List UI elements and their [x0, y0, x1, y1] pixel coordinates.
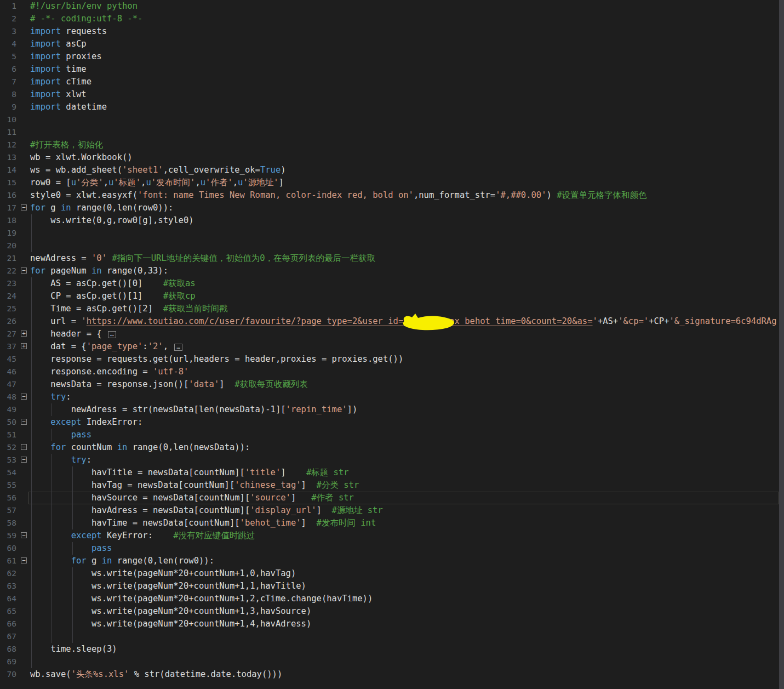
code-text: import datetime	[30, 101, 107, 113]
string-token: 'behot_time'	[240, 518, 301, 528]
code-line[interactable]: 54 havTitle = newsData[countNum]['title'…	[0, 466, 784, 479]
code-line[interactable]: 51 pass	[0, 429, 784, 441]
url-link-token[interactable]: https://www.toutiao.com/c/user/favourite…	[87, 316, 593, 326]
code-line[interactable]: 48− try:	[0, 391, 784, 403]
code-line[interactable]: 60 pass	[0, 542, 784, 555]
code-text: wb.save('头条%s.xls' % str(datetime.date.t…	[30, 668, 282, 681]
code-line[interactable]: 22−for pageNum in range(0,33):	[0, 265, 784, 277]
code-area[interactable]: 1#!/usr/bin/env python2# -*- coding:utf-…	[0, 0, 784, 681]
code-line[interactable]: 13wb = xlwt.Workbook()	[0, 151, 784, 164]
code-line[interactable]: 70wb.save('头条%s.xls' % str(datetime.date…	[0, 668, 784, 681]
code-text: havTitle = newsData[countNum]['title'] #…	[30, 466, 349, 479]
code-line[interactable]: 21newAdress = '0' #指向下一URL地址的关键值，初始值为0，在…	[0, 252, 784, 265]
line-number: 45	[0, 353, 16, 366]
code-text: response = requests.get(url,headers = he…	[30, 353, 403, 366]
code-line[interactable]: 15row0 = [u'分类',u'标题',u'发布时间',u'作者',u'源地…	[0, 176, 784, 189]
fold-collapse-icon[interactable]: −	[21, 267, 27, 274]
code-line[interactable]: 19	[0, 227, 784, 240]
line-number: 18	[0, 214, 16, 227]
code-token: ]	[219, 379, 234, 389]
code-text: import proxies	[30, 50, 102, 63]
code-line[interactable]: 45 response = requests.get(url,headers =…	[0, 353, 784, 366]
code-line[interactable]: 23 AS = asCp.get()[0] #获取as	[0, 277, 784, 290]
fold-collapse-icon[interactable]: −	[21, 394, 27, 400]
code-line[interactable]: 47 newsData = response.json()['data'] #获…	[0, 378, 784, 391]
code-line[interactable]: 2# -*- coding:utf-8 -*-	[0, 13, 784, 25]
line-number: 3	[0, 25, 16, 38]
fold-collapse-icon[interactable]: −	[21, 557, 27, 563]
string-token: '&_signature=6c94dRAg	[669, 316, 777, 326]
code-line[interactable]: 18 ws.write(0,g,row0[g],style0)	[0, 214, 784, 227]
code-line[interactable]: 67	[0, 630, 784, 643]
code-line[interactable]: 37+ dat = {'page_type':'2', …	[0, 340, 784, 353]
code-line[interactable]: 7import cTime	[0, 76, 784, 88]
code-line[interactable]: 62 ws.write(pageNum*20+countNum+1,0,havT…	[0, 567, 784, 580]
code-token: AS = asCp.get()[0]	[30, 278, 163, 288]
fold-expand-icon[interactable]: +	[21, 343, 27, 349]
code-text: newAdress = str(newsData[len(newsData)-1…	[30, 403, 357, 416]
code-token: ]	[301, 518, 317, 528]
code-line[interactable]: 3import requests	[0, 25, 784, 38]
line-number: 68	[0, 643, 16, 656]
code-line[interactable]: 24 CP = asCp.get()[1] #获取cp	[0, 290, 784, 303]
code-line[interactable]: 52− for countNum in range(0,len(newsData…	[0, 441, 784, 454]
code-line[interactable]: 56 havSource = newsData[countNum]['sourc…	[0, 492, 784, 504]
fold-collapse-icon[interactable]: −	[21, 457, 27, 463]
code-line[interactable]: 27+ header = { …	[0, 328, 784, 340]
code-text: AS = asCp.get()[0] #获取as	[30, 277, 196, 290]
code-line[interactable]: 49 newAdress = str(newsData[len(newsData…	[0, 403, 784, 416]
vertical-scrollbar[interactable]	[779, 0, 784, 689]
code-line[interactable]: 11	[0, 126, 784, 139]
line-number: 25	[0, 303, 16, 315]
code-line[interactable]: 58 havTime = newsData[countNum]['behot_t…	[0, 517, 784, 529]
code-line[interactable]: 53− try:	[0, 454, 784, 466]
code-line[interactable]: 46 response.encoding = 'utf-8'	[0, 366, 784, 378]
code-line[interactable]: 59− except KeyError: #没有对应键值时跳过	[0, 529, 784, 542]
code-token: % str(datetime.date.today()))	[129, 669, 282, 679]
string-token: '&cp='	[618, 316, 649, 326]
code-line[interactable]: 5import proxies	[0, 50, 784, 63]
collapsed-code-ellipsis[interactable]: …	[174, 344, 182, 351]
indent-guide	[31, 240, 32, 252]
fold-collapse-icon[interactable]: −	[21, 532, 27, 538]
code-line[interactable]: 10	[0, 113, 784, 126]
code-line[interactable]: 57 havAdress = newsData[countNum]['displ…	[0, 504, 784, 517]
code-line[interactable]: 8import xlwt	[0, 88, 784, 101]
code-line[interactable]: 63 ws.write(pageNum*20+countNum+1,1,havT…	[0, 580, 784, 593]
code-line[interactable]: 61− for g in range(0,len(row0)):	[0, 555, 784, 567]
code-line[interactable]: 64 ws.write(pageNum*20+countNum+1,2,cTim…	[0, 593, 784, 605]
code-line[interactable]: 69	[0, 656, 784, 668]
code-line[interactable]: 17−for g in range(0,len(row0)):	[0, 202, 784, 214]
code-token: CP = asCp.get()[1]	[30, 291, 163, 301]
line-number: 58	[0, 517, 16, 529]
collapsed-code-ellipsis[interactable]: …	[108, 331, 116, 338]
code-token: :	[66, 392, 71, 402]
code-token: datetime	[61, 102, 107, 112]
code-line[interactable]: 6import time	[0, 63, 784, 76]
keyword-token: True	[260, 165, 281, 175]
fold-collapse-icon[interactable]: −	[21, 419, 27, 425]
code-line[interactable]: 66 ws.write(pageNum*20+countNum+1,4,havA…	[0, 618, 784, 630]
code-line[interactable]: 68 time.sleep(3)	[0, 643, 784, 656]
string-token: '发布时间'	[151, 178, 196, 187]
code-line[interactable]: 50− except IndexError:	[0, 416, 784, 429]
code-token	[30, 455, 71, 465]
fold-collapse-icon[interactable]: −	[21, 444, 27, 450]
code-line[interactable]: 12#打开表格，初始化	[0, 139, 784, 151]
code-line[interactable]: 16style0 = xlwt.easyxf('font: name Times…	[0, 189, 784, 202]
code-line[interactable]: 20	[0, 240, 784, 252]
code-line[interactable]: 4import asCp	[0, 38, 784, 50]
code-line[interactable]: 9import datetime	[0, 101, 784, 113]
fold-expand-icon[interactable]: +	[21, 331, 27, 337]
line-number: 22	[0, 265, 16, 277]
code-line[interactable]: 1#!/usr/bin/env python	[0, 0, 784, 13]
code-line[interactable]: 65 ws.write(pageNum*20+countNum+1,3,havS…	[0, 605, 784, 618]
code-line[interactable]: 25 Time = asCp.get()[2] #获取当前时间戳	[0, 303, 784, 315]
code-line[interactable]: 55 havTag = newsData[countNum]['chinese_…	[0, 479, 784, 492]
code-editor[interactable]: 1#!/usr/bin/env python2# -*- coding:utf-…	[0, 0, 784, 689]
code-line[interactable]: 14ws = wb.add_sheet('sheet1',cell_overwr…	[0, 164, 784, 176]
code-token: ws.write(pageNum*20+countNum+1,0,havTag)	[30, 568, 296, 578]
fold-collapse-icon[interactable]: −	[21, 204, 27, 210]
code-text: except IndexError:	[30, 416, 142, 429]
code-line[interactable]: 26 url = 'https://www.toutiao.com/c/user…	[0, 315, 784, 328]
